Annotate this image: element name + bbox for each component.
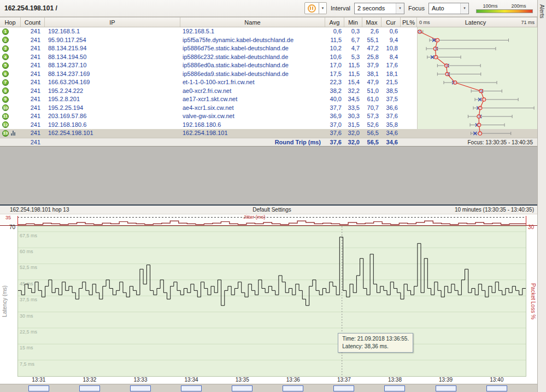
ip-cell: 195.2.24.222	[45, 87, 180, 96]
ip-cell: 166.63.204.169	[45, 78, 180, 87]
col-header-name: Name	[180, 17, 325, 27]
ip-cell: 95.90.117.254	[45, 36, 180, 45]
col-header-pl: PL%	[401, 17, 417, 27]
graphed-hop-icon	[11, 131, 15, 136]
name-cell: 162.254.198.101	[180, 129, 325, 138]
name-cell: ip5886eda9.static.kabel-deutschland.de	[180, 70, 325, 79]
max-cell: 25,8	[362, 53, 381, 62]
timeline-nav-box[interactable]	[283, 385, 303, 391]
name-cell: et-1-1-0-100-xcr1.fri.cw.net	[180, 78, 325, 87]
alerts-tab[interactable]: Alerts	[537, 0, 546, 392]
x-axis-label: 13:34	[185, 377, 198, 383]
max-cell: 57,3	[362, 112, 381, 121]
table-row[interactable]: 8241195.2.24.222ae0-xcr2.fri.cw.net38,23…	[0, 87, 537, 96]
timeline-settings-label: Default Settings	[185, 207, 360, 213]
count-cell: 241	[21, 104, 45, 113]
table-row[interactable]: 11241203.169.57.86valve-gw-six.cw.net36,…	[0, 112, 537, 121]
timeline-nav-box[interactable]	[333, 385, 354, 391]
x-axis-label: 13:31	[32, 377, 45, 383]
avg-cell: 10,2	[325, 44, 344, 53]
table-row[interactable]: 1241192.168.5.1192.168.5.10,60,32,60,6	[0, 27, 537, 36]
timeline-nav-box[interactable]	[28, 385, 49, 391]
timeline-plot[interactable]: 67,5 ms60 ms52,5 ms45 ms37,5 ms30 ms22,5…	[17, 226, 526, 377]
timeline-nav-box[interactable]	[79, 385, 100, 391]
pause-icon	[308, 4, 316, 13]
cur-cell: 21,5	[381, 78, 401, 87]
max-cell: 51,0	[362, 87, 381, 96]
latency-cell	[417, 129, 537, 138]
timeline-nav-box[interactable]	[130, 385, 151, 391]
avg-cell: 22,3	[325, 78, 344, 87]
min-cell: 31,5	[344, 121, 362, 130]
name-cell: ip5886c232.static.kabel-deutschland.de	[180, 53, 325, 62]
table-row[interactable]: 424188.134.194.50ip5886c232.static.kabel…	[0, 53, 537, 62]
table-row[interactable]: 13241162.254.198.101162.254.198.10137,63…	[0, 129, 537, 138]
latency-cell	[417, 121, 537, 130]
svg-text:45 ms: 45 ms	[20, 281, 33, 286]
col-header-latency: 0 ms Latency 71 ms	[417, 17, 537, 27]
hop-cell: 8	[0, 87, 21, 96]
x-axis-label: 13:32	[83, 377, 96, 383]
table-row[interactable]: 524188.134.237.10ip5886ed0a.static.kabel…	[0, 61, 537, 70]
hop-cell: 9	[0, 95, 21, 104]
cur-cell: 38,5	[381, 87, 401, 96]
table-row[interactable]: 624188.134.237.169ip5886eda9.static.kabe…	[0, 70, 537, 79]
table-row[interactable]: 324188.134.215.94ip5886d75e.static.kabel…	[0, 44, 537, 53]
interval-label: Interval	[331, 5, 350, 11]
target-title: 162.254.198.101 /	[4, 4, 57, 12]
round-trip-summary-row: 241 Round Trip (ms) 37,6 32,0 56,5 34,6 …	[0, 138, 537, 147]
hop-cell: 11	[0, 112, 21, 121]
timeline-nav-box[interactable]	[384, 385, 405, 391]
table-row[interactable]: 12241192.168.180.6192.168.180.637,031,55…	[0, 121, 537, 130]
max-cell: 61,0	[362, 95, 381, 104]
ip-cell: 195.2.25.194	[45, 104, 180, 113]
cur-cell: 8,4	[381, 53, 401, 62]
trace-table: Hop Count IP Name Avg Min Max Cur PL% 0 …	[0, 17, 537, 147]
col-header-count: Count	[21, 17, 45, 27]
interval-select[interactable]: 2 seconds ▼	[354, 3, 404, 14]
pl-cell	[401, 112, 417, 121]
pause-dropdown-button[interactable]: ▼	[319, 2, 327, 14]
timeline-scrollbar[interactable]	[0, 384, 537, 392]
timeline-graph-area: 70 Latency (ms) 67,5 ms60 ms52,5 ms45 ms…	[0, 226, 537, 377]
timeline-nav-box[interactable]	[436, 385, 456, 391]
hop-number-badge: 12	[2, 121, 9, 128]
min-cell: 32,2	[344, 87, 362, 96]
min-cell: 0,3	[344, 27, 362, 36]
pause-button-group: ▼	[304, 2, 327, 14]
ip-cell: 88.134.237.10	[45, 61, 180, 70]
table-row[interactable]: 224195.90.117.254ip5f5a75fe.dynamic.kabe…	[0, 36, 537, 45]
min-cell: 15,4	[344, 78, 362, 87]
count-cell: 241	[21, 36, 45, 45]
max-cell: 2,6	[362, 27, 381, 36]
table-row[interactable]: 7241166.63.204.169et-1-1-0-100-xcr1.fri.…	[0, 78, 537, 87]
min-cell: 11,5	[344, 70, 362, 79]
min-cell: 4,7	[344, 44, 362, 53]
table-row[interactable]: 9241195.2.8.201ae17-xcr1.skt.cw.net40,03…	[0, 95, 537, 104]
hop-number-badge: 6	[2, 71, 9, 77]
focus-select[interactable]: Auto ▼	[428, 3, 469, 14]
timeline-header[interactable]: 162.254.198.101 hop 13 Default Settings …	[0, 206, 537, 214]
timeline-nav-box[interactable]	[181, 385, 202, 391]
max-cell: 47,9	[362, 78, 381, 87]
cur-cell: 18,1	[381, 70, 401, 79]
table-row[interactable]: 10241195.2.25.194ae4-xcr1.six.cw.net37,7…	[0, 104, 537, 113]
pl-cell	[401, 129, 417, 138]
chevron-down-icon: ▼	[396, 3, 404, 14]
latency-scale-min: 0 ms	[419, 20, 430, 25]
cur-cell: 37,6	[381, 112, 401, 121]
ip-cell: 88.134.194.50	[45, 53, 180, 62]
x-axis-label: 13:36	[286, 377, 300, 383]
timeline-nav-box[interactable]	[232, 385, 253, 391]
max-cell: 70,7	[362, 104, 381, 113]
cur-cell: 34,6	[381, 129, 401, 138]
count-cell: 241	[21, 95, 45, 104]
pause-button[interactable]	[304, 2, 319, 14]
hop-cell: 13	[0, 129, 21, 138]
timeline-nav-box[interactable]	[486, 385, 507, 391]
svg-text:52,5 ms: 52,5 ms	[20, 265, 37, 270]
hop-number-badge: 8	[2, 87, 9, 94]
hop-number-badge: 7	[2, 79, 9, 86]
chevron-down-icon: ▼	[460, 3, 468, 14]
interval-value: 2 seconds	[357, 5, 385, 11]
